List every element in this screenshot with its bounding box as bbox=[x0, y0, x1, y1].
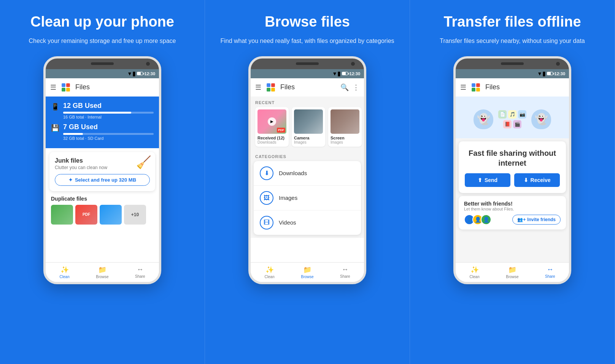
receive-icon: ⬇ bbox=[524, 177, 528, 183]
share-nav-label-1: Share bbox=[135, 274, 145, 279]
clean-nav-icon-2: ✨ bbox=[265, 266, 274, 274]
clean-nav-icon-3: ✨ bbox=[470, 266, 479, 274]
browse-nav-label-1: Browse bbox=[96, 275, 108, 279]
nav-browse-1[interactable]: 📁 Browse bbox=[83, 263, 121, 282]
junk-card-subtitle: Clutter you can clean now bbox=[55, 165, 150, 170]
ghost-left bbox=[474, 109, 493, 129]
storage-info-internal: 12 GB Used 16 GB total · Internal bbox=[63, 102, 154, 119]
transfer-subtitle: Transfer files securely nearby, without … bbox=[440, 36, 585, 46]
search-icon-2[interactable]: 🔍 bbox=[340, 83, 349, 92]
avatar-3: 👤 bbox=[481, 214, 491, 225]
share-nav-icon-2: ↔ bbox=[342, 266, 348, 274]
recent-sub-3: Images bbox=[331, 140, 359, 144]
nav-share-1[interactable]: ↔ Share bbox=[121, 263, 159, 282]
select-free-button[interactable]: ✦ Select and free up 320 MB bbox=[55, 174, 150, 186]
floating-icons: 📄 🎵 📷 📕 🎬 bbox=[497, 110, 528, 128]
app-title-2: Files bbox=[280, 83, 336, 91]
signal-icon-1: ▮ bbox=[132, 70, 136, 77]
nav-share-3[interactable]: ↔ Share bbox=[531, 263, 569, 282]
sparkle-icon: ✦ bbox=[68, 177, 73, 183]
storage-detail-internal: 16 GB total · Internal bbox=[63, 115, 154, 119]
receive-button[interactable]: ⬇ Receive bbox=[514, 173, 560, 187]
svg-rect-3 bbox=[66, 88, 70, 92]
recent-label: RECENT bbox=[251, 97, 364, 107]
recent-card-1[interactable]: ▶ PDF Received (12) Downloads bbox=[255, 107, 289, 147]
send-button[interactable]: ⬆ Send bbox=[465, 173, 510, 187]
fast-share-title: Fast file sharing without internet bbox=[465, 148, 560, 168]
nav-clean-2[interactable]: ✨ Clean bbox=[251, 263, 288, 282]
recent-card-3[interactable]: Screen Images bbox=[328, 107, 362, 147]
nav-browse-3[interactable]: 📁 Browse bbox=[493, 263, 531, 282]
nav-clean-1[interactable]: ✨ Clean bbox=[46, 263, 83, 282]
float-icon-4: 📕 bbox=[503, 120, 512, 128]
cat-downloads[interactable]: ⬇ Downloads bbox=[254, 161, 361, 186]
videos-icon: 🎞 bbox=[260, 216, 273, 229]
fast-share-card: Fast file sharing without internet ⬆ Sen… bbox=[459, 141, 566, 193]
menu-icon-3[interactable]: ☰ bbox=[460, 83, 466, 92]
svg-rect-11 bbox=[476, 88, 480, 92]
status-bar-3: ▾ ▮ 12:30 bbox=[456, 69, 569, 78]
cat-images[interactable]: 🖼 Images bbox=[254, 186, 361, 210]
images-icon: 🖼 bbox=[260, 191, 273, 205]
browse-phone: ▾ ▮ 12:30 ☰ Files 🔍 bbox=[248, 56, 366, 284]
share-nav-label-2: Share bbox=[340, 274, 350, 279]
dup-thumbs: PDF +10 bbox=[51, 205, 154, 225]
more-icon-2[interactable]: ⋮ bbox=[353, 83, 359, 92]
phone-speaker-1 bbox=[91, 62, 114, 65]
send-icon: ⬆ bbox=[478, 177, 482, 183]
svg-rect-10 bbox=[472, 88, 475, 92]
select-free-label: Select and free up 320 MB bbox=[75, 177, 136, 183]
transfer-panel: Transfer files offline Transfer files se… bbox=[410, 0, 615, 364]
phone-storage-icon: 📱 bbox=[51, 103, 59, 111]
browse-nav-icon-2: 📁 bbox=[303, 266, 311, 274]
share-nav-label-3: Share bbox=[545, 274, 555, 279]
browse-panel: Browse files Find what you need really f… bbox=[205, 0, 410, 364]
app-bar-icons-2: 🔍 ⋮ bbox=[340, 83, 359, 92]
menu-icon-1[interactable]: ☰ bbox=[50, 83, 56, 92]
recent-card-2[interactable]: Camera Images bbox=[292, 107, 325, 147]
bottom-nav-1: ✨ Clean 📁 Browse ↔ Share bbox=[46, 262, 159, 282]
clean-nav-icon-1: ✨ bbox=[60, 266, 69, 274]
phone-cam-3 bbox=[556, 62, 560, 66]
junk-icon: 🧹 bbox=[136, 155, 151, 169]
menu-icon-2[interactable]: ☰ bbox=[255, 83, 261, 92]
transfer-phone: ▾ ▮ 12:30 ☰ Files bbox=[453, 56, 571, 284]
phone-notch-3 bbox=[456, 59, 569, 69]
nav-clean-3[interactable]: ✨ Clean bbox=[456, 263, 493, 282]
status-icons-3: ▾ ▮ bbox=[538, 70, 553, 77]
recent-thumb-3 bbox=[331, 109, 359, 134]
signal-icon-3: ▮ bbox=[542, 70, 546, 77]
svg-rect-7 bbox=[271, 88, 275, 92]
pdf-badge-1: PDF bbox=[277, 128, 285, 133]
cat-videos[interactable]: 🎞 Videos bbox=[254, 210, 361, 235]
dup-section: Duplicate files PDF +10 bbox=[46, 191, 159, 225]
phone-speaker-3 bbox=[501, 62, 524, 65]
dup-title: Duplicate files bbox=[51, 196, 154, 202]
categories-card: ⬇ Downloads 🖼 Images 🎞 Videos bbox=[254, 161, 361, 235]
recent-thumb-1: ▶ PDF bbox=[257, 109, 286, 134]
app-bar-2: ☰ Files 🔍 ⋮ bbox=[251, 78, 364, 97]
svg-rect-4 bbox=[267, 83, 270, 87]
app-bar-3: ☰ Files bbox=[456, 78, 569, 97]
svg-rect-1 bbox=[66, 83, 70, 87]
storage-bar-bg-2 bbox=[63, 133, 154, 135]
junk-card-title: Junk files bbox=[55, 157, 150, 164]
nav-share-2[interactable]: ↔ Share bbox=[326, 263, 364, 282]
receive-label: Receive bbox=[531, 177, 551, 183]
wifi-icon-1: ▾ bbox=[128, 70, 131, 77]
app-title-3: Files bbox=[485, 83, 564, 91]
categories-label: CATEGORIES bbox=[251, 150, 364, 161]
bottom-nav-3: ✨ Clean 📁 Browse ↔ Share bbox=[456, 262, 569, 282]
play-btn-1: ▶ bbox=[268, 117, 276, 126]
bottom-nav-2: ✨ Clean 📁 Browse ↔ Share bbox=[251, 262, 364, 282]
browse-title: Browse files bbox=[265, 14, 350, 30]
clean-nav-label-2: Clean bbox=[265, 275, 275, 279]
nav-browse-2[interactable]: 📁 Browse bbox=[288, 263, 326, 282]
svg-rect-8 bbox=[472, 83, 475, 87]
invite-friends-button[interactable]: 👥+ Invite friends bbox=[512, 215, 561, 225]
app-bar-1: ☰ Files bbox=[46, 78, 159, 97]
recent-thumb-2 bbox=[294, 109, 323, 134]
cat-videos-label: Videos bbox=[279, 219, 296, 226]
browse-scroll: RECENT ▶ PDF Received (12) Downloads bbox=[251, 97, 364, 262]
clean-phone: ▾ ▮ 12:30 ☰ Files bbox=[43, 56, 161, 284]
